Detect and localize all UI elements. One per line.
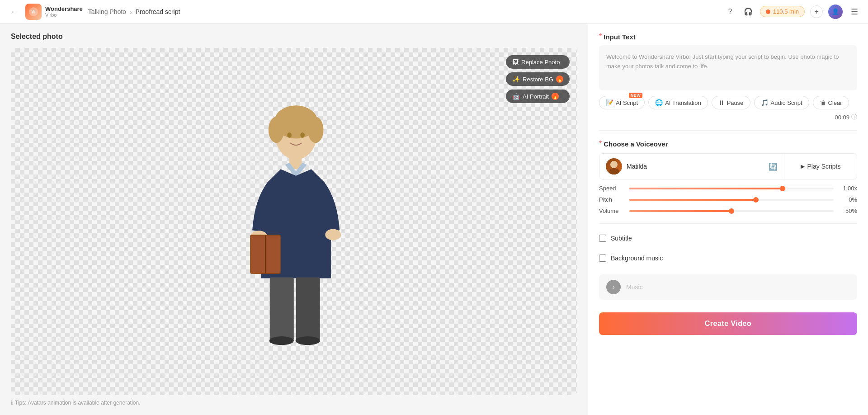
bg-music-label[interactable]: Background music <box>611 255 663 262</box>
svg-point-19 <box>609 168 619 174</box>
svg-rect-15 <box>296 278 320 341</box>
volume-thumb[interactable] <box>729 208 734 214</box>
speed-thumb[interactable] <box>780 186 785 191</box>
voiceover-row: Matilda 🔄 ▶ Play Scripts <box>599 153 857 179</box>
add-credits-button[interactable]: + <box>810 5 823 18</box>
breadcrumb-separator: › <box>130 8 132 15</box>
speed-label: Speed <box>599 185 624 192</box>
ai-portrait-label: AI Portrait <box>523 93 549 100</box>
input-text-box[interactable]: Welcome to Wondershare Virbo! Just start… <box>599 45 857 90</box>
replace-photo-button[interactable]: 🖼 Replace Photo <box>506 55 570 69</box>
bg-music-row: Background music <box>599 253 857 264</box>
svg-rect-14 <box>270 278 294 341</box>
restore-bg-badge: 🔥 <box>556 75 563 83</box>
breadcrumb: Talking Photo › Proofread script <box>88 8 180 15</box>
logo-icon: Vi <box>25 4 42 20</box>
help-button[interactable]: ? <box>724 5 736 18</box>
pitch-thumb[interactable] <box>753 197 759 203</box>
svg-point-4 <box>269 117 284 143</box>
speed-fill <box>629 188 783 189</box>
svg-point-17 <box>296 336 320 345</box>
create-video-button[interactable]: Create Video <box>599 312 857 335</box>
replace-photo-icon: 🖼 <box>512 58 519 66</box>
speed-track[interactable] <box>629 188 834 189</box>
ai-translation-label: AI Translation <box>665 99 701 106</box>
volume-track[interactable] <box>629 210 834 212</box>
selected-photo-title: Selected photo <box>11 33 577 41</box>
audio-script-button[interactable]: 🎵 Audio Script <box>754 96 809 109</box>
play-scripts-button[interactable]: ▶ Play Scripts <box>784 158 857 174</box>
input-text-label: Input Text <box>604 33 636 41</box>
credits-badge: 110.5 min <box>760 6 805 17</box>
input-toolbar: NEW 📝 AI Script 🌐 AI Translation ⏸ Pause… <box>599 96 857 121</box>
clear-icon: 🗑 <box>820 99 826 106</box>
menu-button[interactable]: ☰ <box>848 5 861 18</box>
voiceover-section: * Choose a Voiceover Matilda 🔄 ▶ Play Sc… <box>599 140 857 214</box>
svg-point-6 <box>288 132 292 138</box>
replace-photo-label: Replace Photo <box>521 59 560 66</box>
volume-label: Volume <box>599 208 624 214</box>
volume-slider-row: Volume 50% <box>599 208 857 214</box>
ai-translation-button[interactable]: 🌐 AI Translation <box>648 96 708 109</box>
subtitle-checkbox[interactable] <box>599 235 606 242</box>
photo-area: 🖼 Replace Photo ✨ Restore BG 🔥 🤖 AI Port… <box>11 48 577 395</box>
divider-2 <box>599 223 857 224</box>
svg-point-5 <box>308 117 324 143</box>
pitch-value: 0% <box>839 196 857 203</box>
restore-bg-button[interactable]: ✨ Restore BG 🔥 <box>506 72 570 86</box>
time-value: 00:09 <box>835 114 849 121</box>
subtitle-label[interactable]: Subtitle <box>611 235 632 242</box>
subtitle-row: Subtitle <box>599 233 857 244</box>
ai-script-new-badge: NEW <box>629 93 643 98</box>
music-row: ♪ Music <box>599 274 857 300</box>
left-panel: Selected photo <box>0 24 588 415</box>
clear-button[interactable]: 🗑 Clear <box>813 96 849 109</box>
credits-dot <box>766 9 770 14</box>
svg-point-13 <box>326 229 341 240</box>
credits-value: 110.5 min <box>773 8 799 15</box>
play-icon: ▶ <box>801 163 805 170</box>
main-layout: Selected photo <box>0 24 868 415</box>
time-display: 00:09 ⓘ <box>835 113 857 121</box>
tips-bar: ℹ Tips: Avatars animation is available a… <box>11 400 577 406</box>
pitch-slider-row: Pitch 0% <box>599 196 857 203</box>
ai-script-button[interactable]: NEW 📝 AI Script <box>599 96 645 109</box>
header: ← Vi Wondershare Virbo Talking Photo › P… <box>0 0 868 24</box>
clear-label: Clear <box>828 99 842 106</box>
ai-portrait-badge: 🔥 <box>552 93 559 100</box>
ai-portrait-button[interactable]: 🤖 AI Portrait 🔥 <box>506 90 570 103</box>
ai-script-label: AI Script <box>616 99 638 106</box>
restore-bg-icon: ✨ <box>512 75 520 83</box>
breadcrumb-current: Proofread script <box>136 8 180 15</box>
logo-text: Wondershare Virbo <box>45 5 83 18</box>
bg-music-checkbox[interactable] <box>599 255 606 262</box>
time-info-icon: ⓘ <box>851 113 857 121</box>
svg-point-18 <box>610 161 618 168</box>
user-avatar[interactable]: 👤 <box>828 5 843 19</box>
back-button[interactable]: ← <box>7 5 20 18</box>
pitch-fill <box>629 199 756 201</box>
breadcrumb-parent: Talking Photo <box>88 8 126 15</box>
speed-value: 1.00x <box>839 185 857 192</box>
headphones-button[interactable]: 🎧 <box>742 5 755 18</box>
svg-text:Vi: Vi <box>31 9 35 14</box>
speed-slider-row: Speed 1.00x <box>599 185 857 192</box>
volume-fill <box>629 210 731 212</box>
voiceover-label: Choose a Voiceover <box>604 140 668 148</box>
play-scripts-label: Play Scripts <box>807 163 841 170</box>
person-image <box>228 95 359 348</box>
pitch-track[interactable] <box>629 199 834 201</box>
input-text-placeholder: Welcome to Wondershare Virbo! Just start… <box>606 53 839 70</box>
refresh-icon[interactable]: 🔄 <box>769 162 778 171</box>
pause-button[interactable]: ⏸ Pause <box>712 96 750 109</box>
right-panel: * Input Text Welcome to Wondershare Virb… <box>588 24 868 415</box>
audio-script-label: Audio Script <box>771 99 802 106</box>
tips-icon: ℹ <box>11 400 13 406</box>
tips-text: Tips: Avatars animation is available aft… <box>15 400 141 406</box>
photo-overlay-buttons: 🖼 Replace Photo ✨ Restore BG 🔥 🤖 AI Port… <box>506 55 570 103</box>
header-right: ? 🎧 110.5 min + 👤 ☰ <box>724 5 861 19</box>
pitch-label: Pitch <box>599 196 624 203</box>
audio-script-icon: 🎵 <box>761 99 769 106</box>
divider-1 <box>599 130 857 131</box>
sliders-section: Speed 1.00x Pitch 0% <box>599 185 857 214</box>
